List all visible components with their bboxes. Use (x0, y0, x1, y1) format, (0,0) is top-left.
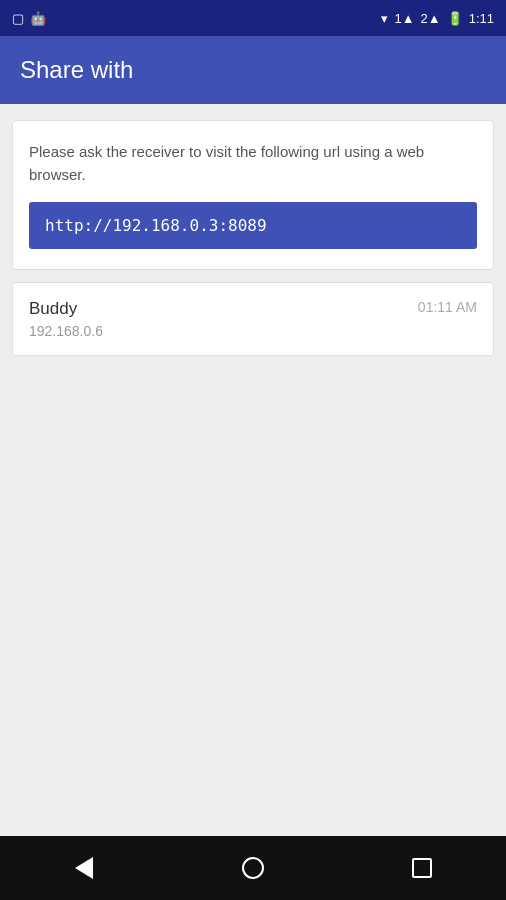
status-bar-left: ▢ 🤖 (12, 11, 46, 26)
back-button[interactable] (62, 846, 106, 890)
instruction-text: Please ask the receiver to visit the fol… (29, 141, 477, 186)
wifi-icon: ▾ (381, 11, 388, 26)
signal-2-icon: 2▲ (421, 11, 441, 26)
recents-icon (412, 858, 432, 878)
device-info: Buddy 192.168.0.6 (29, 299, 103, 339)
signal-1-icon: 1▲ (394, 11, 414, 26)
robot-icon: 🤖 (30, 11, 46, 26)
url-box[interactable]: http://192.168.0.3:8089 (29, 202, 477, 249)
recents-button[interactable] (400, 846, 444, 890)
app-icon: ▢ (12, 11, 24, 26)
device-card[interactable]: Buddy 192.168.0.6 01:11 AM (12, 282, 494, 356)
nav-bar (0, 836, 506, 900)
app-bar-title: Share with (20, 56, 133, 84)
home-button[interactable] (231, 846, 275, 890)
device-time: 01:11 AM (418, 299, 477, 315)
device-ip: 192.168.0.6 (29, 323, 103, 339)
instruction-card: Please ask the receiver to visit the fol… (12, 120, 494, 270)
home-icon (242, 857, 264, 879)
device-name: Buddy (29, 299, 103, 319)
battery-icon: 🔋 (447, 11, 463, 26)
status-time: 1:11 (469, 11, 494, 26)
app-bar: Share with (0, 36, 506, 104)
back-icon (75, 857, 93, 879)
main-content: Please ask the receiver to visit the fol… (0, 104, 506, 836)
status-bar: ▢ 🤖 ▾ 1▲ 2▲ 🔋 1:11 (0, 0, 506, 36)
url-text: http://192.168.0.3:8089 (45, 216, 267, 235)
